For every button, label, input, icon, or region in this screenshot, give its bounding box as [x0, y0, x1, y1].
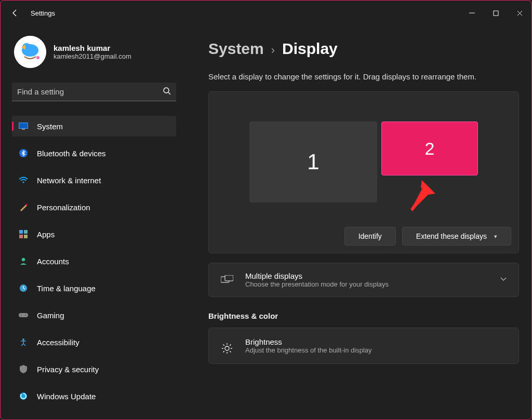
system-icon [18, 121, 29, 131]
accounts-icon [18, 256, 29, 266]
multiple-displays-subtitle: Choose the presentation mode for your di… [245, 280, 488, 288]
nav-windows-update[interactable]: Windows Update [12, 386, 176, 407]
nav-bluetooth[interactable]: Bluetooth & devices [12, 143, 176, 164]
apps-icon [18, 229, 29, 239]
nav-network[interactable]: Network & internet [12, 170, 176, 191]
update-icon [18, 391, 29, 401]
svg-point-22 [21, 315, 22, 316]
chevron-down-icon: ▾ [494, 233, 497, 240]
svg-rect-1 [494, 11, 498, 16]
svg-rect-17 [19, 235, 23, 238]
svg-rect-10 [19, 123, 28, 128]
svg-line-37 [230, 351, 231, 352]
main-content: System › Display Select a display to cha… [188, 25, 531, 419]
breadcrumb-parent[interactable]: System [208, 40, 264, 58]
multiple-displays-icon [220, 275, 234, 284]
accessibility-icon [18, 337, 29, 347]
nav-label: Time & language [37, 284, 96, 293]
nav-label: Privacy & security [37, 365, 99, 374]
monitor-canvas[interactable]: 1 2 [214, 97, 513, 227]
svg-rect-15 [19, 230, 23, 234]
nav-label: Bluetooth & devices [37, 149, 106, 158]
nav-label: Windows Update [37, 392, 96, 401]
brightness-title: Brightness [245, 337, 372, 346]
bluetooth-icon [18, 148, 29, 158]
svg-rect-21 [19, 313, 28, 317]
profile-name: kamlesh kumar [54, 44, 131, 52]
profile-email: kamlesh2011@gmail.com [54, 52, 131, 60]
maximize-button[interactable] [484, 5, 508, 21]
window-title: Settings [31, 9, 55, 17]
svg-point-19 [22, 258, 25, 261]
nav-label: System [37, 122, 63, 131]
svg-line-38 [223, 351, 224, 352]
display-hint: Select a display to change the settings … [208, 71, 499, 82]
identify-label: Identify [358, 232, 382, 240]
gaming-icon [18, 310, 29, 320]
avatar [14, 36, 46, 68]
svg-rect-30 [225, 275, 233, 281]
back-button[interactable] [8, 6, 22, 20]
brightness-icon [220, 343, 234, 354]
svg-point-7 [164, 88, 169, 93]
breadcrumb-separator: › [271, 44, 275, 57]
svg-point-6 [36, 56, 39, 59]
multiple-displays-expander[interactable]: Multiple displays Choose the presentatio… [208, 263, 519, 297]
svg-rect-16 [24, 230, 28, 234]
section-brightness-header: Brightness & color [208, 311, 519, 320]
svg-rect-11 [22, 129, 25, 130]
nav-accounts[interactable]: Accounts [12, 251, 176, 272]
brightness-row[interactable]: Brightness Adjust the brightness of the … [208, 328, 519, 364]
nav-personalization[interactable]: Personalization [12, 197, 176, 218]
monitor-1[interactable]: 1 [249, 121, 377, 202]
search-input[interactable] [17, 87, 163, 96]
svg-point-31 [225, 346, 229, 350]
nav-label: Accounts [37, 257, 69, 266]
wifi-icon [18, 175, 29, 185]
svg-point-13 [22, 181, 24, 183]
minimize-button[interactable] [460, 5, 484, 21]
nav-gaming[interactable]: Gaming [12, 305, 176, 326]
display-arrangement-panel: 1 2 Identify Extend these displays ▾ [208, 91, 519, 253]
nav-accessibility[interactable]: Accessibility [12, 332, 176, 353]
nav-label: Personalization [37, 203, 90, 212]
nav-time-language[interactable]: Time & language [12, 278, 176, 299]
clock-icon [18, 283, 29, 293]
titlebar: Settings [1, 1, 531, 25]
search-box[interactable] [12, 83, 176, 101]
nav-privacy[interactable]: Privacy & security [12, 359, 176, 380]
monitor-2[interactable]: 2 [381, 121, 478, 175]
breadcrumb: System › Display [208, 40, 519, 58]
identify-button[interactable]: Identify [344, 227, 396, 246]
svg-point-23 [25, 315, 26, 316]
chevron-down-icon [500, 275, 507, 284]
nav-label: Apps [37, 230, 55, 239]
nav-label: Accessibility [37, 338, 79, 347]
svg-rect-18 [24, 235, 28, 238]
display-mode-label: Extend these displays [416, 232, 487, 240]
sidebar: kamlesh kumar kamlesh2011@gmail.com Syst… [1, 25, 188, 419]
close-button[interactable] [508, 5, 531, 21]
nav-label: Gaming [37, 311, 64, 320]
nav-label: Network & internet [37, 176, 101, 185]
nav-system[interactable]: System [12, 116, 176, 137]
svg-line-36 [223, 345, 224, 346]
shield-icon [18, 364, 29, 374]
annotation-arrow-icon [399, 180, 435, 216]
personalization-icon [18, 202, 29, 212]
nav: System Bluetooth & devices Network & int… [12, 116, 176, 412]
svg-point-24 [22, 338, 24, 341]
display-mode-dropdown[interactable]: Extend these displays ▾ [402, 227, 511, 246]
breadcrumb-current: Display [282, 40, 338, 58]
search-icon [163, 87, 171, 97]
svg-line-39 [230, 345, 231, 346]
brightness-subtitle: Adjust the brightness of the built-in di… [245, 346, 372, 354]
multiple-displays-title: Multiple displays [245, 272, 488, 280]
svg-line-8 [168, 92, 170, 94]
nav-apps[interactable]: Apps [12, 224, 176, 245]
profile-block[interactable]: kamlesh kumar kamlesh2011@gmail.com [12, 36, 176, 68]
